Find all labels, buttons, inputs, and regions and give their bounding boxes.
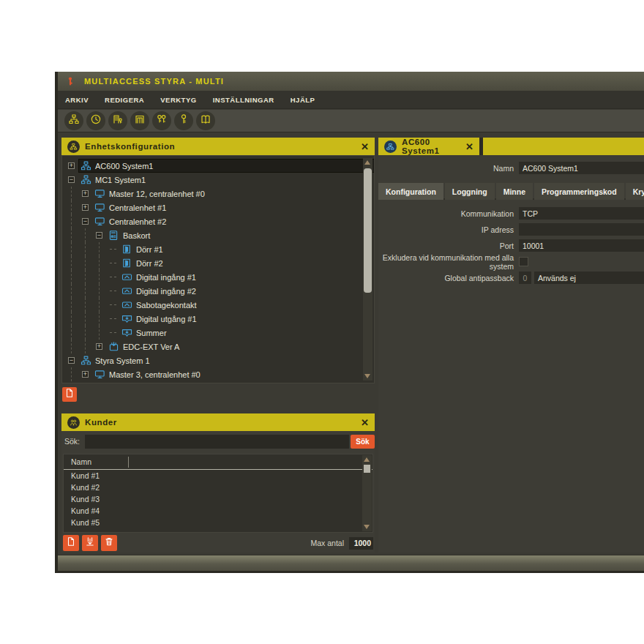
tree-node[interactable]: Summer — [62, 326, 374, 340]
scroll-down-icon[interactable] — [364, 374, 370, 378]
ip-input[interactable] — [519, 223, 644, 236]
tree-node[interactable]: −Baskort — [62, 228, 374, 242]
tree-node[interactable]: +Centralenhet #1 — [62, 201, 374, 214]
menu-item-inställningar[interactable]: INSTÄLLNINGAR — [213, 96, 274, 104]
port-input[interactable]: 10001 — [519, 239, 644, 252]
tree-node-body: Centralenhet #2 — [93, 215, 374, 228]
tree-node-label: Digital ingång #1 — [136, 273, 196, 282]
tree-node-label: Master 12, centralenhet #0 — [109, 190, 205, 198]
toolbar-button-keys-icon[interactable] — [152, 111, 171, 130]
customer-row[interactable]: Kund #2 — [64, 482, 372, 493]
tree-node[interactable]: −Styra System 1 — [62, 353, 374, 367]
tree-node-label: Digital utgång #1 — [136, 315, 197, 323]
tree-node[interactable]: Digital utgång #1 — [62, 312, 374, 326]
system-tab[interactable]: AC600 System1 ✕ — [378, 138, 479, 155]
customer-row[interactable]: Kund #4 — [64, 505, 372, 517]
tree-node-body: EDC-EXT Ver A — [107, 340, 374, 353]
customer-search-row: Sök: Sök — [61, 434, 375, 449]
system-tabs: KonfigurationLoggningMinneProgrammerings… — [378, 183, 644, 200]
kommunikation-select[interactable]: TCP — [519, 207, 644, 220]
antipassback-mode-select[interactable]: Används ej — [534, 272, 644, 284]
tree-node-label: Dörr #2 — [136, 259, 163, 268]
tree-node[interactable]: Sabotagekontakt — [62, 298, 374, 312]
collapse-icon[interactable]: − — [68, 176, 75, 183]
tree-node[interactable]: +AC600 System1 — [62, 159, 374, 173]
customers-panel-title: Kunder — [85, 418, 117, 427]
new-device-button[interactable] — [62, 387, 77, 402]
tree-node[interactable]: Dörr #1 — [62, 242, 374, 256]
menu-item-hjälp[interactable]: HJÄLP — [291, 96, 315, 104]
module-icon — [108, 341, 119, 352]
tab-minne[interactable]: Minne — [496, 183, 533, 200]
menu-item-verktyg[interactable]: VERKTYG — [160, 96, 196, 104]
scroll-up-icon[interactable] — [364, 457, 370, 462]
tree-node[interactable]: Digital ingång #1 — [62, 270, 374, 284]
toolbar-button-book-icon[interactable] — [196, 111, 215, 130]
antipassback-label: Global antipassback — [378, 274, 519, 282]
tree-indent-guide — [85, 312, 99, 326]
scroll-up-icon[interactable] — [364, 160, 370, 165]
toolbar-button-clock-icon[interactable] — [86, 111, 105, 130]
dinput-icon — [121, 299, 132, 310]
tree-scrollbar[interactable] — [363, 158, 372, 381]
tree-node[interactable]: +EDC-EXT Ver A — [62, 340, 374, 353]
tree-node[interactable]: +Master 3, centralenhet #0 — [62, 367, 374, 381]
customer-row[interactable]: Kund #1 — [64, 470, 372, 482]
menu-item-arkiv[interactable]: ARKIV — [65, 96, 89, 104]
tree-node-label: Centralenhet #2 — [109, 217, 166, 226]
tab-kryptering[interactable]: Kryptering — [626, 183, 644, 200]
customer-scrollbar-thumb[interactable] — [364, 465, 370, 473]
toolbar-button-building-key-icon[interactable] — [108, 111, 127, 130]
customer-list-header[interactable]: Namn — [64, 454, 372, 470]
tree-node[interactable]: −Centralenhet #2 — [62, 214, 374, 228]
tree-node[interactable]: +Master 12, centralenhet #0 — [62, 187, 374, 201]
expand-icon[interactable]: + — [68, 162, 75, 169]
customer-row[interactable]: Kund #3 — [64, 493, 372, 505]
menu-item-redigera[interactable]: REDIGERA — [105, 96, 144, 104]
monitor-icon — [94, 369, 105, 380]
key-icon — [65, 75, 75, 88]
tree-indent-guide — [99, 312, 113, 326]
column-divider[interactable] — [128, 457, 129, 468]
delete-customer-button[interactable] — [101, 535, 117, 551]
customer-list-scrollbar[interactable] — [362, 455, 372, 531]
tree-node[interactable]: Digital ingång #2 — [62, 284, 374, 298]
close-icon[interactable]: ✕ — [465, 142, 473, 151]
tree-node-body: MC1 System1 — [79, 173, 374, 186]
doutput-icon — [121, 313, 132, 324]
close-icon[interactable]: ✕ — [361, 142, 369, 151]
network-icon — [80, 160, 91, 171]
app-window: MULTIACCESS STYRA - MULTI ARKIVREDIGERAV… — [55, 72, 644, 573]
customer-row[interactable]: Kund #5 — [64, 517, 372, 528]
import-customer-button[interactable] — [82, 535, 98, 551]
search-input[interactable] — [85, 435, 349, 449]
toolbar-button-hierarchy-icon[interactable] — [64, 111, 83, 130]
device-configuration-panel: Enhetskonfiguration ✕ +AC600 System1−MC1… — [61, 138, 375, 383]
exkludera-row: Exkludera vid kommunikation med alla sys… — [378, 255, 644, 268]
column-header-namn[interactable]: Namn — [71, 457, 91, 466]
tree-node-body: Digital ingång #2 — [120, 285, 374, 297]
tree-scrollbar-thumb[interactable] — [364, 168, 372, 293]
antipassback-count-input[interactable]: 0 — [519, 272, 531, 284]
page: MULTIACCESS STYRA - MULTI ARKIVREDIGERAV… — [0, 0, 644, 644]
close-icon[interactable]: ✕ — [361, 418, 369, 427]
search-label: Sök: — [61, 437, 85, 446]
toolbar-button-key-icon[interactable] — [174, 111, 193, 130]
name-input[interactable]: AC600 System1 — [519, 162, 644, 174]
customer-rows: Kund #1Kund #2Kund #3Kund #4Kund #5 — [64, 470, 372, 528]
tree-indent-guide — [85, 270, 99, 284]
scroll-down-icon[interactable] — [364, 525, 370, 529]
exkludera-checkbox[interactable] — [519, 257, 528, 266]
tab-loggning[interactable]: Loggning — [445, 183, 495, 200]
collapse-icon[interactable]: − — [68, 357, 75, 364]
search-button[interactable]: Sök — [351, 435, 375, 449]
tab-konfiguration[interactable]: Konfiguration — [378, 183, 443, 200]
new-customer-button[interactable] — [63, 535, 79, 551]
tree-node[interactable]: Dörr #2 — [62, 256, 374, 270]
tree-node-body: AC600 System1 — [79, 160, 374, 172]
tree-node[interactable]: −MC1 System1 — [62, 173, 374, 187]
max-count-input[interactable]: 1000 — [349, 537, 373, 550]
door-icon — [121, 258, 132, 269]
toolbar-button-gate-icon[interactable] — [130, 111, 149, 130]
tab-programmeringskod[interactable]: Programmeringskod — [534, 183, 624, 200]
